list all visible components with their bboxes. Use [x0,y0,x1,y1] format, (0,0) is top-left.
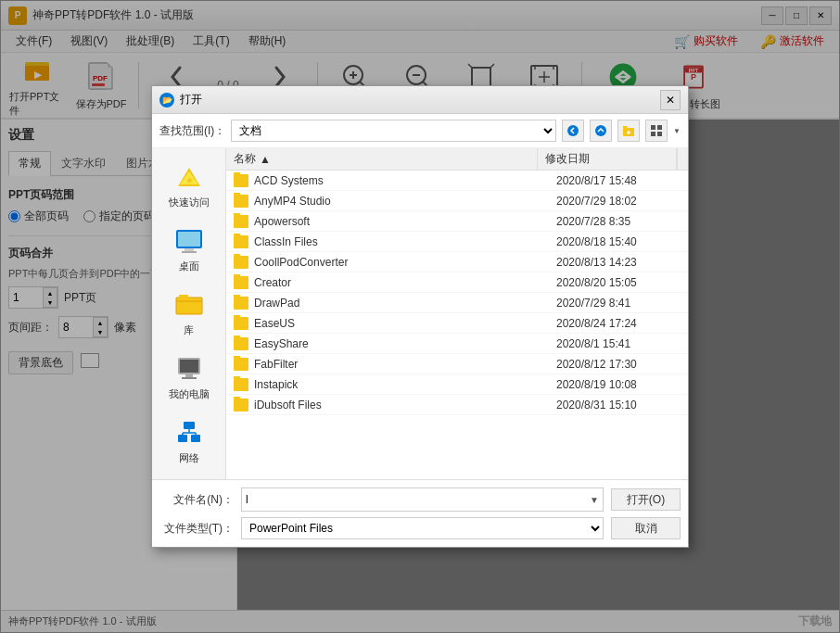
folder-icon [234,399,248,411]
file-name-cell: FabFilter [226,356,549,373]
svg-rect-23 [657,132,662,136]
scrollbar-header [677,148,688,170]
filename-input[interactable] [242,488,586,511]
folder-icon [234,215,248,228]
file-list: 名称 ▲ 修改日期 ACD Systems [226,148,688,479]
folder-icon [234,235,248,248]
nav-desktop[interactable]: 桌面 [156,220,223,280]
file-name-cell: Creator [226,274,549,291]
quick-access-label: 快速访问 [169,196,210,209]
nav-my-computer[interactable]: 我的电脑 [156,348,223,408]
file-name-cell: iDubsoft Files [226,397,549,413]
nav-library[interactable]: 库 [156,284,223,344]
file-date-cell: 2020/7/28 8:35 [549,213,688,230]
my-computer-label: 我的电脑 [169,387,210,401]
library-label: 库 [184,323,194,337]
folder-icon [234,337,248,350]
open-button[interactable]: 打开(O) [611,488,681,511]
file-row[interactable]: EaseUS 2020/8/24 17:24 [226,313,688,334]
dialog-body: ★ 快速访问 [152,148,688,479]
nav-quick-access[interactable]: ★ 快速访问 [156,156,223,216]
filename-label: 文件名(N)： [159,492,234,508]
file-date-cell: 2020/8/24 17:24 [549,315,688,332]
svg-rect-30 [182,251,197,253]
file-row[interactable]: Instapick 2020/8/19 10:08 [226,374,688,395]
dialog-toolbar: 查找范围(I)： 文档 [152,114,688,148]
svg-rect-37 [182,377,197,379]
svg-rect-35 [180,360,198,373]
file-date-cell: 2020/7/29 8:41 [549,295,688,311]
file-name-cell: EasyShare [226,335,549,352]
filename-row: 文件名(N)： ▼ 打开(O) [159,487,681,512]
file-row[interactable]: ClassIn Files 2020/8/18 15:40 [226,232,688,252]
folder-icon [234,297,248,310]
col-header-date[interactable]: 修改日期 [538,148,677,170]
file-row[interactable]: FabFilter 2020/8/12 17:30 [226,354,688,374]
file-open-dialog: 📂 打开 ✕ 查找范围(I)： 文档 [151,85,689,548]
file-date-cell: 2020/8/31 15:10 [549,397,688,413]
file-name-cell: ClassIn Files [226,234,549,250]
dialog-title-bar: 📂 打开 ✕ [152,86,688,114]
file-name-cell: Apowersoft [226,213,549,230]
sort-arrow-icon: ▲ [260,153,271,166]
my-computer-icon [172,354,206,384]
col-header-name[interactable]: 名称 ▲ [226,148,538,170]
file-row[interactable]: Apowersoft 2020/7/28 8:35 [226,211,688,232]
file-row[interactable]: CoollPodConverter 2020/8/13 14:23 [226,252,688,272]
dialog-app-icon: 📂 [159,93,174,108]
file-name-cell: AnyMP4 Studio [226,193,549,209]
folder-icon [234,378,248,391]
network-label: 网络 [179,451,199,465]
desktop-label: 桌面 [179,260,199,273]
view-toggle-button[interactable] [645,120,668,142]
nav-network[interactable]: 网络 [156,411,223,472]
dialog-footer: 文件名(N)： ▼ 打开(O) 文件类型(T)： PowerPoint File… [152,479,688,547]
folder-icon [234,317,248,330]
svg-rect-28 [178,232,200,247]
file-row[interactable]: EasyShare 2020/8/1 15:41 [226,334,688,354]
folder-icon [234,358,248,371]
filetype-label: 文件类型(T)： [159,521,234,537]
file-name-cell: DrawPad [226,295,549,311]
nav-up-button[interactable] [590,120,612,142]
dialog-overlay: 📂 打开 ✕ 查找范围(I)： 文档 [0,0,840,633]
file-row[interactable]: DrawPad 2020/7/29 8:41 [226,293,688,313]
dropdown-arrow-icon: ▼ [673,127,681,135]
file-date-cell: 2020/8/1 15:41 [549,335,688,352]
file-row[interactable]: ACD Systems 2020/8/17 15:48 [226,171,688,191]
dialog-title: 打开 [180,92,202,108]
quick-access-icon: ★ [172,162,206,192]
file-row[interactable]: iDubsoft Files 2020/8/31 15:10 [226,395,688,415]
cancel-button[interactable]: 取消 [611,517,681,539]
dialog-title-left: 📂 打开 [159,92,202,108]
filename-dropdown-btn[interactable]: ▼ [586,495,603,505]
main-window: P 神奇PPT转PDF软件 1.0 - 试用版 ─ □ ✕ 文件(F) 视图(V… [0,0,840,633]
dialog-close-button[interactable]: ✕ [660,90,681,110]
filetype-row: 文件类型(T)： PowerPoint Files 取消 [159,517,681,539]
new-folder-button[interactable] [617,120,640,142]
file-date-cell: 2020/8/17 15:48 [549,172,688,189]
folder-icon [234,195,248,208]
file-date-cell: 2020/8/20 15:05 [549,274,688,291]
file-date-cell: 2020/8/19 10:08 [549,376,688,393]
svg-rect-31 [176,298,202,314]
file-date-cell: 2020/7/29 18:02 [549,193,688,209]
file-row[interactable]: AnyMP4 Studio 2020/7/29 18:02 [226,191,688,211]
svg-rect-40 [191,435,200,442]
file-list-body[interactable]: ACD Systems 2020/8/17 15:48 AnyMP4 Studi… [226,171,688,479]
location-select[interactable]: 文档 [231,120,556,142]
svg-rect-21 [657,125,662,130]
svg-rect-22 [651,132,655,136]
filetype-select[interactable]: PowerPoint Files [242,518,603,538]
network-icon [172,418,206,448]
nav-back-button[interactable] [562,120,584,142]
svg-point-18 [595,125,606,136]
desktop-icon [172,226,206,256]
file-name-cell: ACD Systems [226,172,549,189]
file-name-cell: EaseUS [226,315,549,332]
svg-rect-20 [651,125,655,130]
file-row[interactable]: Creator 2020/8/20 15:05 [226,272,688,293]
file-date-cell: 2020/8/12 17:30 [549,356,688,373]
file-name-cell: Instapick [226,376,549,393]
file-date-cell: 2020/8/18 15:40 [549,234,688,250]
